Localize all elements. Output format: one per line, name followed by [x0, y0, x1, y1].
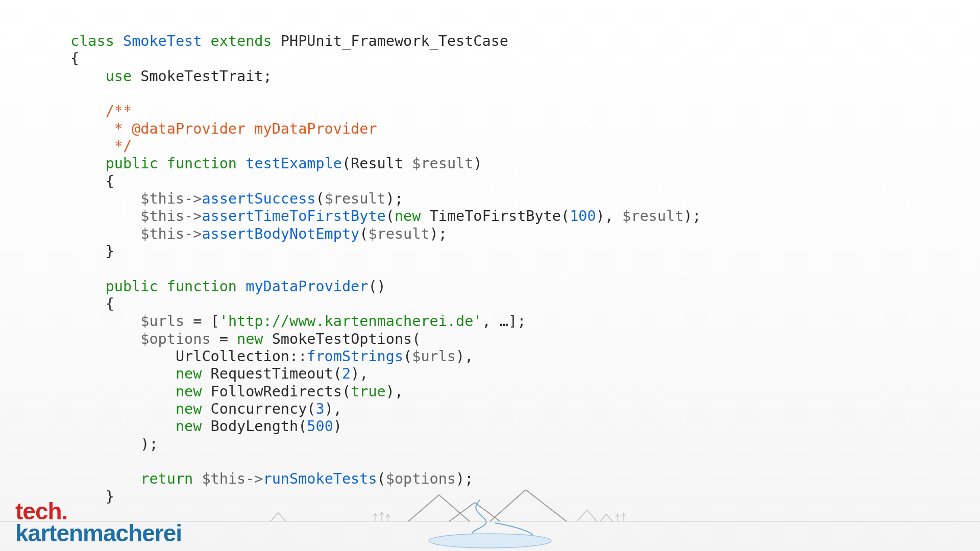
url-collection-class: UrlCollection — [176, 348, 289, 365]
logo: tech. kartenmacherei — [15, 500, 182, 544]
follow-redirects-class: FollowRedirects — [211, 383, 342, 400]
this-var: $this — [202, 470, 246, 487]
docblock-close: */ — [106, 138, 132, 155]
call-assertBody: assertBodyNotEmpty — [202, 226, 359, 242]
class-name: SmokeTest — [123, 33, 202, 49]
kw-return: return — [140, 470, 193, 487]
param-type: Result — [351, 155, 403, 172]
smoke-options-class: SmokeTestOptions — [272, 331, 412, 347]
arg-urls: $urls — [412, 348, 456, 365]
kw-class: class — [70, 33, 114, 49]
kw-function: function — [167, 155, 237, 172]
url-literal: 'http://www.kartenmacherei.de' — [219, 313, 482, 330]
request-timeout-class: RequestTimeout — [211, 365, 333, 382]
request-timeout-value: 2 — [342, 365, 351, 382]
logo-line2: kartenmacherei — [15, 522, 182, 544]
call-runSmokeTests: runSmokeTests — [263, 470, 377, 487]
base-class: PHPUnit_Framework_TestCase — [281, 33, 508, 49]
svg-point-6 — [429, 534, 551, 548]
kw-new: new — [176, 365, 202, 382]
urls-var: $urls — [140, 313, 184, 330]
from-strings: fromStrings — [307, 348, 403, 365]
kw-new: new — [176, 383, 202, 400]
this-var: $this — [140, 226, 184, 242]
kw-new: new — [176, 418, 202, 435]
body-length-value: 500 — [307, 418, 333, 435]
trait-name: SmokeTestTrait — [140, 68, 263, 85]
logo-line1: tech. — [15, 500, 182, 522]
kw-public: public — [106, 155, 158, 172]
call-assertSuccess: assertSuccess — [202, 190, 315, 207]
brace-open: { — [70, 50, 79, 67]
concurrency-class: Concurrency — [211, 400, 307, 417]
ttfb-value: 100 — [570, 208, 596, 224]
kw-use: use — [106, 68, 132, 85]
ttfb-class: TimeToFirstByte — [430, 208, 561, 224]
body-length-class: BodyLength — [211, 418, 299, 435]
arg-result: $result — [622, 208, 683, 224]
arg-options: $options — [386, 470, 456, 487]
code-block: class SmokeTest extends PHPUnit_Framewor… — [70, 33, 701, 506]
kw-new: new — [395, 208, 421, 224]
concurrency-value: 3 — [315, 400, 324, 417]
kw-function: function — [167, 278, 237, 295]
docblock-line: * @dataProvider myDataProvider — [106, 120, 377, 137]
arg-result: $result — [368, 226, 429, 242]
this-var: $this — [140, 190, 184, 207]
ellipsis: … — [500, 313, 508, 330]
kw-new: new — [237, 331, 263, 347]
true-literal: true — [351, 383, 386, 400]
this-var: $this — [140, 208, 184, 224]
param-var: $result — [412, 155, 473, 172]
arg-result: $result — [325, 190, 386, 207]
options-var: $options — [140, 331, 210, 347]
kw-public: public — [106, 278, 158, 295]
kw-extends: extends — [211, 33, 272, 49]
method-testExample: testExample — [246, 155, 342, 172]
method-myDataProvider: myDataProvider — [246, 278, 368, 295]
docblock-open: /** — [106, 103, 132, 119]
call-assertTTFB: assertTimeToFirstByte — [202, 208, 385, 224]
kw-new: new — [176, 400, 202, 417]
